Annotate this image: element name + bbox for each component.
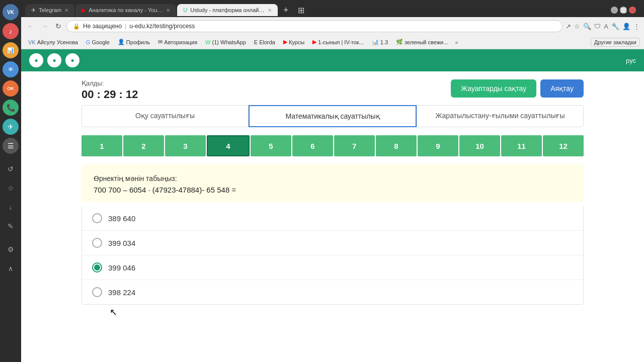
question-number-6[interactable]: 6	[292, 135, 333, 156]
timer-section: Қалды: 00 : 29 : 12 Жауаптарды сақтау Ая…	[21, 71, 644, 105]
bookmark-vk[interactable]: VK Айсулу Усенова	[25, 38, 81, 46]
telegram-tab-icon: ✈	[31, 7, 36, 14]
minimize-button[interactable]: –	[611, 7, 618, 14]
share-icon[interactable]: ↗	[566, 23, 571, 30]
step-indicators: ● ● ●	[29, 53, 79, 67]
ustudy-tab-icon: U	[183, 7, 187, 13]
more-button[interactable]: ⋮	[633, 23, 640, 30]
tab-telegram[interactable]: ✈ Telegram ✕	[25, 4, 74, 17]
answers-area: 389 640399 034399 046398 224	[82, 206, 584, 305]
browser-chrome: ✈ Telegram ✕ ▶ Аналитика по каналу - You…	[21, 0, 644, 49]
answer-option-a1[interactable]: 389 640	[82, 206, 583, 231]
bookmark-google-label: Google	[92, 39, 109, 45]
save-answers-button[interactable]: Жауаптарды сақтау	[451, 79, 536, 98]
bookmark-whatsapp-label: (1) WhatsApp	[212, 39, 246, 45]
answer-text-a2: 399 034	[108, 239, 135, 247]
tab-reading[interactable]: Оқу сауаттылығы	[82, 105, 249, 127]
phone-icon[interactable]: 📞	[3, 100, 19, 116]
step-1: ●	[29, 53, 43, 67]
extensions-icon[interactable]: 🔧	[611, 23, 619, 30]
school-bookmark-icon: ▶	[312, 39, 316, 45]
answer-text-a3: 399 046	[108, 263, 135, 272]
bookmark-google[interactable]: G Google	[83, 38, 113, 46]
question-number-3[interactable]: 3	[165, 135, 206, 156]
question-number-4[interactable]: 4	[207, 135, 250, 156]
header-right: рус	[622, 57, 636, 64]
step-2: ●	[47, 53, 61, 67]
question-number-2[interactable]: 2	[123, 135, 164, 156]
close-button[interactable]: ✕	[629, 7, 636, 14]
question-number-9[interactable]: 9	[418, 135, 458, 156]
auth-bookmark-icon: ✉	[158, 39, 163, 45]
other-bookmarks-button[interactable]: Другие закладки	[591, 38, 640, 47]
question-prompt: Өрнектің мәнін табыңыз:	[94, 174, 572, 183]
chevron-up-icon[interactable]: ∧	[3, 260, 19, 277]
youtube-tab-close[interactable]: ✕	[166, 8, 170, 13]
bookmark-stats[interactable]: 📊 1.3	[369, 38, 391, 46]
shield-icon[interactable]: 🛡	[594, 23, 601, 30]
tab-math[interactable]: Математикалық сауаттылық	[249, 105, 417, 127]
youtube-tab-label: Аналитика по каналу - YouT...	[89, 7, 163, 13]
lens-icon[interactable]: 🔍	[583, 23, 591, 30]
page-header: ● ● ● рус	[21, 49, 644, 71]
question-number-11[interactable]: 11	[501, 135, 542, 156]
tab-science[interactable]: Жаратылыстану-ғылыми сауаттылығы	[417, 105, 584, 127]
tab-youtube[interactable]: ▶ Аналитика по каналу - YouT... ✕	[75, 4, 176, 17]
bookmarks-more-button[interactable]: »	[453, 38, 460, 46]
url-text: u-edu.kz/testing/process	[129, 23, 195, 30]
bookmark-profile[interactable]: 👤 Профиль	[115, 38, 153, 46]
address-actions: ↗ ☆ 🔍 🛡 A 🔧 👤 ⋮	[566, 23, 640, 30]
camera-icon[interactable]: 👁	[3, 61, 19, 77]
question-number-8[interactable]: 8	[376, 135, 417, 156]
bookmark-whatsapp[interactable]: W (1) WhatsApp	[202, 38, 249, 46]
ok-icon[interactable]: OK	[3, 80, 19, 97]
download-icon[interactable]: ↓	[3, 199, 19, 215]
bookmark-star-icon[interactable]: ☆	[574, 23, 580, 30]
telegram-tab-close[interactable]: ✕	[64, 8, 68, 13]
back-button[interactable]: ←	[25, 21, 36, 31]
menu-icon[interactable]: ☰	[3, 138, 19, 154]
tab-extensions-button[interactable]: ⊞	[294, 3, 308, 17]
star-icon[interactable]: ☆	[3, 180, 19, 196]
bookmark-green[interactable]: 🌿 зеленый свежи...	[393, 38, 451, 46]
url-input[interactable]: 🔒 Не защищено | u-edu.kz/testing/process	[66, 20, 562, 32]
question-number-1[interactable]: 1	[82, 135, 122, 156]
bookmark-kursy-label: Курсы	[289, 39, 304, 45]
ustudy-tab-close[interactable]: ✕	[268, 8, 272, 13]
question-number-10[interactable]: 10	[459, 135, 500, 156]
bookmark-elorda-label: Elorda	[259, 39, 275, 45]
translate-icon[interactable]: A	[604, 23, 608, 30]
question-number-5[interactable]: 5	[251, 135, 291, 156]
bookmark-auth[interactable]: ✉ Авторизация	[155, 38, 200, 46]
telegram-icon[interactable]: ✈	[3, 119, 19, 135]
pen-icon[interactable]: ✎	[3, 218, 19, 234]
finish-button[interactable]: Аяқтау	[540, 79, 584, 98]
reload-button[interactable]: ↻	[53, 21, 63, 31]
url-separator: |	[125, 23, 126, 30]
tab-ustudy[interactable]: U Ustudy - платформа онлайн... ✕	[177, 4, 278, 16]
question-number-7[interactable]: 7	[334, 135, 375, 156]
stats-icon[interactable]: 📊	[3, 42, 19, 58]
answer-option-a4[interactable]: 398 224	[82, 280, 583, 304]
radio-a2	[92, 238, 102, 248]
answer-text-a4: 398 224	[108, 288, 135, 297]
question-number-12[interactable]: 12	[543, 135, 584, 156]
profile-icon[interactable]: 👤	[622, 23, 630, 30]
answer-text-a1: 389 640	[108, 214, 135, 223]
new-tab-button[interactable]: +	[279, 3, 293, 17]
back-icon[interactable]: ↺	[3, 161, 19, 177]
vk-icon[interactable]: VK	[3, 4, 19, 20]
answer-option-a2[interactable]: 399 034	[82, 231, 583, 255]
gear-icon[interactable]: ⚙	[3, 241, 19, 257]
stats-bookmark-icon: 📊	[372, 39, 379, 45]
music-icon[interactable]: ♪	[3, 23, 19, 39]
maximize-button[interactable]: ⬜	[620, 7, 627, 14]
bookmark-kursy[interactable]: ▶ Курсы	[280, 38, 307, 46]
bookmark-school[interactable]: ▶ 1-сынып | IV-ток...	[309, 38, 367, 46]
answer-option-a3[interactable]: 399 046	[82, 255, 583, 280]
forward-button[interactable]: →	[39, 21, 50, 31]
lock-icon: 🔒	[73, 23, 80, 30]
whatsapp-bookmark-icon: W	[205, 39, 210, 45]
language-selector[interactable]: рус	[626, 57, 636, 64]
bookmark-elorda[interactable]: E Elorda	[251, 38, 278, 46]
